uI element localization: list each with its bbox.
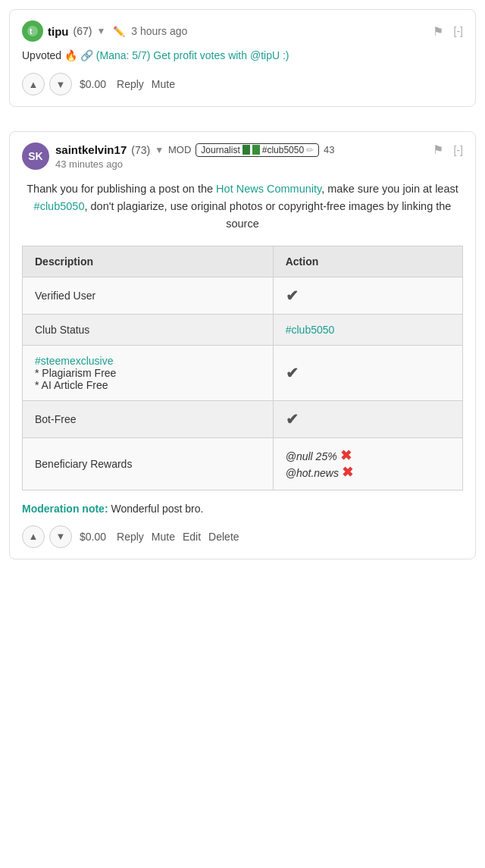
verified-user-label: Verified User	[23, 277, 274, 314]
table-row: Beneficiary Rewards @null 25% ✖ @hot.new…	[23, 437, 463, 490]
separator	[0, 113, 485, 125]
club5050-table-link[interactable]: #club5050	[286, 324, 335, 336]
tipu-amount: $0.00	[80, 78, 106, 90]
col-description-header: Description	[23, 246, 274, 277]
checkmark-icon: ✔	[286, 287, 299, 304]
sk-avatar: SK	[22, 143, 49, 170]
sk-time-inline: 43	[324, 144, 334, 155]
sk-downvote-button[interactable]: ▼	[49, 525, 72, 548]
tipu-body: Upvoted 🔥 🔗 (Mana: 5/7) Get profit votes…	[22, 48, 463, 64]
mod-note-label: Moderation note:	[22, 503, 108, 515]
hot-news-link[interactable]: Hot News Community	[216, 183, 321, 195]
steemexclusive-action: ✔	[273, 345, 462, 400]
ai-free-label: * AI Article Free	[35, 379, 108, 391]
sk-rep: (73)	[131, 144, 150, 156]
tipu-mana-icon: 🔗	[80, 49, 93, 61]
tipu-avatar: t	[22, 20, 43, 42]
sk-amount: $0.00	[80, 531, 106, 543]
beneficiary-action: @null 25% ✖ @hot.news ✖	[273, 437, 462, 490]
bot-free-action: ✔	[273, 400, 462, 437]
sk-mute-button[interactable]: Mute	[152, 531, 175, 543]
sk-reply-button[interactable]: Reply	[117, 531, 144, 543]
checkmark-icon-3: ✔	[286, 411, 299, 428]
tipu-hide-bracket[interactable]: [-]	[454, 25, 463, 37]
col-action-header: Action	[273, 246, 462, 277]
sk-badge-edit-icon: ✏	[306, 145, 314, 155]
tipu-mute-button[interactable]: Mute	[152, 78, 175, 90]
tipu-dropdown-icon[interactable]: ▼	[96, 26, 105, 36]
sk-time: 43 minutes ago	[55, 158, 463, 170]
x-mark-null: ✖	[340, 448, 352, 463]
tipu-username[interactable]: tipu	[48, 25, 69, 38]
table-row: Bot-Free ✔	[23, 400, 463, 437]
checkmark-icon-2: ✔	[286, 365, 299, 381]
sk-upvote-button[interactable]: ▲	[22, 525, 45, 548]
flag-green2-icon	[252, 145, 260, 155]
moderation-note: Moderation note: Wonderful post bro.	[22, 503, 463, 515]
info-table: Description Action Verified User ✔ Club …	[22, 246, 463, 490]
club-status-label: Club Status	[23, 314, 274, 345]
sk-hide-bracket[interactable]: [-]	[454, 144, 463, 156]
tipu-upvoted-text: Upvoted 🔥	[22, 49, 80, 61]
sk-body-text: Thank you for publishing a post on the H…	[22, 180, 463, 233]
steemexclusive-link[interactable]: #steemexclusive	[35, 355, 114, 367]
tipu-time: 3 hours ago	[131, 25, 187, 37]
sk-badge-text: Journalist	[201, 145, 239, 155]
tipu-cta-link[interactable]: Get profit votes with @tipU :)	[153, 49, 289, 61]
sk-mod-label: MOD	[168, 144, 191, 155]
sk-dropdown-icon[interactable]: ▼	[155, 145, 164, 155]
tipu-mana-link[interactable]: 🔗 (Mana: 5/7)	[80, 49, 153, 61]
tipu-downvote-button[interactable]: ▼	[49, 73, 72, 96]
body-intro: Thank you for publishing a post on the	[27, 183, 216, 195]
tipu-header: t tipu (67) ▼ ✏️ 3 hours ago ⚑ [-]	[22, 20, 463, 42]
sk-journalist-badge: Journalist #club5050 ✏	[196, 143, 319, 157]
tipu-reply-button[interactable]: Reply	[117, 78, 144, 90]
tipu-rep: (67)	[74, 25, 92, 37]
saintkelvin-comment-card: SK saintkelvin17 (73) ▼ MOD Journalist #…	[9, 131, 476, 559]
null-row: @null 25% ✖	[286, 447, 450, 464]
tipu-actions: ▲ ▼ $0.00 Reply Mute	[22, 73, 463, 96]
table-row: Verified User ✔	[23, 277, 463, 314]
x-mark-hot: ✖	[342, 465, 353, 480]
tipu-edit-icon: ✏️	[113, 26, 125, 37]
tipu-upvote-button[interactable]: ▲	[22, 73, 45, 96]
sk-top-row: saintkelvin17 (73) ▼ MOD Journalist #clu…	[55, 143, 463, 157]
club-status-action: #club5050	[273, 314, 462, 345]
sk-header-right: saintkelvin17 (73) ▼ MOD Journalist #clu…	[55, 143, 463, 170]
tipu-comment-card: t tipu (67) ▼ ✏️ 3 hours ago ⚑ [-] Upvot…	[9, 9, 476, 107]
table-row: Club Status #club5050	[23, 314, 463, 345]
verified-user-action: ✔	[273, 277, 462, 314]
hot-row: @hot.news ✖	[286, 464, 450, 481]
body-end: , don't plagiarize, use original photos …	[84, 200, 451, 230]
sk-header: SK saintkelvin17 (73) ▼ MOD Journalist #…	[22, 143, 463, 170]
club5050-link-body[interactable]: #club5050	[34, 200, 85, 212]
body-mid: , make sure you join at least	[321, 183, 458, 195]
plagiarism-free-label: * Plagiarism Free	[35, 367, 116, 379]
sk-actions: ▲ ▼ $0.00 Reply Mute Edit Delete	[22, 525, 463, 548]
sk-edit-button[interactable]: Edit	[183, 531, 201, 543]
flag-green-icon	[242, 145, 250, 155]
club-tag-in-badge[interactable]: #club5050	[262, 145, 304, 155]
beneficiary-label: Beneficiary Rewards	[23, 437, 274, 490]
mod-note-text: Wonderful post bro.	[111, 503, 203, 515]
sk-flag-icon[interactable]: ⚑	[433, 143, 443, 157]
sk-username[interactable]: saintkelvin17	[55, 143, 127, 156]
table-row: #steemexclusive * Plagiarism Free * AI A…	[23, 345, 463, 400]
bot-free-label: Bot-Free	[23, 400, 274, 437]
steemexclusive-cell: #steemexclusive * Plagiarism Free * AI A…	[23, 345, 274, 400]
sk-delete-button[interactable]: Delete	[208, 531, 239, 543]
tipu-flag-icon[interactable]: ⚑	[433, 24, 443, 39]
